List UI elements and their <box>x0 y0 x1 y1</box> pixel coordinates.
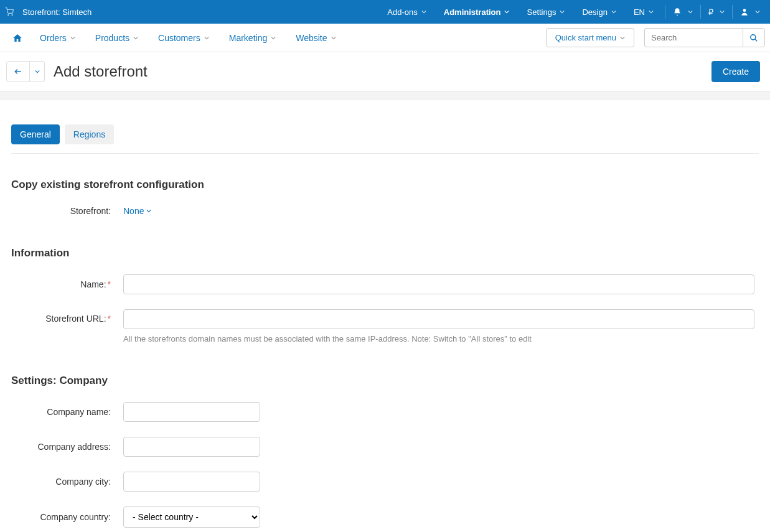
menu-website[interactable]: Website <box>286 24 345 52</box>
nav-settings[interactable]: Settings <box>518 0 573 24</box>
svg-point-2 <box>743 9 746 12</box>
topbar: Storefront: Simtech Add-ons Administrati… <box>0 0 770 24</box>
menubar: Orders Products Customers Marketing Webs… <box>0 24 770 52</box>
section-heading-copy: Copy existing storefront configuration <box>11 179 759 191</box>
section-heading-information: Information <box>11 247 759 259</box>
user-icon <box>740 7 749 16</box>
label-company-name: Company name: <box>11 407 123 417</box>
name-input[interactable] <box>123 274 754 294</box>
user-menu-button[interactable] <box>735 0 765 24</box>
label-company-address: Company address: <box>11 442 123 452</box>
home-button[interactable] <box>5 24 30 52</box>
company-country-select[interactable]: - Select country - <box>123 506 260 528</box>
content: General Regions Copy existing storefront… <box>0 100 770 532</box>
tabs: General Regions <box>11 124 759 144</box>
divider <box>732 5 733 19</box>
search-input[interactable] <box>644 28 743 47</box>
company-city-input[interactable] <box>123 472 260 492</box>
company-name-input[interactable] <box>123 402 260 422</box>
storefront-dropdown[interactable]: None <box>123 206 151 216</box>
company-address-input[interactable] <box>123 437 260 457</box>
titlebar: Add storefront Create <box>0 52 770 91</box>
svg-point-3 <box>751 34 756 39</box>
caret-down-icon <box>688 9 693 14</box>
back-dropdown[interactable] <box>30 61 45 82</box>
required-marker: * <box>108 279 111 289</box>
quick-start-menu[interactable]: Quick start menu <box>546 28 634 47</box>
menu-customers[interactable]: Customers <box>148 24 219 52</box>
storefront-selector[interactable]: Storefront: Simtech <box>22 7 92 17</box>
caret-down-icon <box>720 9 725 14</box>
currency-icon: ₽ <box>708 7 713 17</box>
cart-icon <box>5 7 14 16</box>
caret-down-icon <box>146 208 151 213</box>
divider <box>11 153 759 154</box>
nav-language[interactable]: EN <box>625 0 662 24</box>
caret-down-icon <box>560 9 565 14</box>
section-heading-company: Settings: Company <box>11 375 759 387</box>
caret-down-icon <box>204 35 209 40</box>
caret-down-icon <box>271 35 276 40</box>
arrow-left-icon <box>14 67 22 76</box>
svg-line-4 <box>755 39 758 41</box>
svg-point-1 <box>12 15 12 16</box>
menu-products[interactable]: Products <box>85 24 148 52</box>
caret-down-icon <box>504 9 509 14</box>
nav-addons[interactable]: Add-ons <box>378 0 434 24</box>
caret-down-icon <box>755 9 760 14</box>
notifications-button[interactable] <box>668 0 698 24</box>
search-button[interactable] <box>743 28 765 47</box>
tab-general[interactable]: General <box>11 124 60 144</box>
caret-down-icon <box>331 35 336 40</box>
url-help-text: All the storefronts domain names must be… <box>123 334 754 343</box>
caret-down-icon <box>649 9 654 14</box>
divider <box>700 5 701 19</box>
tab-regions[interactable]: Regions <box>65 124 114 144</box>
caret-down-icon <box>421 9 426 14</box>
caret-down-icon <box>611 9 616 14</box>
label-company-country: Company country: <box>11 512 123 522</box>
caret-down-icon <box>70 35 75 40</box>
label-company-city: Company city: <box>11 477 123 487</box>
bell-icon <box>673 7 682 16</box>
label-storefront-url: Storefront URL:* <box>11 309 123 324</box>
caret-down-icon <box>620 35 625 40</box>
svg-point-0 <box>8 15 9 16</box>
home-icon <box>12 33 22 43</box>
back-button[interactable] <box>6 61 30 82</box>
caret-down-icon <box>133 35 138 40</box>
label-storefront: Storefront: <box>11 206 123 216</box>
search-icon <box>749 34 758 42</box>
divider <box>665 5 665 19</box>
create-button[interactable]: Create <box>711 61 760 82</box>
search-group <box>644 28 765 47</box>
caret-down-icon <box>35 69 40 74</box>
page-title: Add storefront <box>54 63 148 80</box>
menu-marketing[interactable]: Marketing <box>219 24 286 52</box>
storefront-url-input[interactable] <box>123 309 754 329</box>
label-name: Name:* <box>11 279 123 289</box>
menu-orders[interactable]: Orders <box>30 24 85 52</box>
required-marker: * <box>108 314 111 324</box>
nav-design[interactable]: Design <box>573 0 624 24</box>
divider-strip <box>0 91 770 100</box>
nav-administration[interactable]: Administration <box>435 0 519 24</box>
currency-button[interactable]: ₽ <box>703 0 730 24</box>
